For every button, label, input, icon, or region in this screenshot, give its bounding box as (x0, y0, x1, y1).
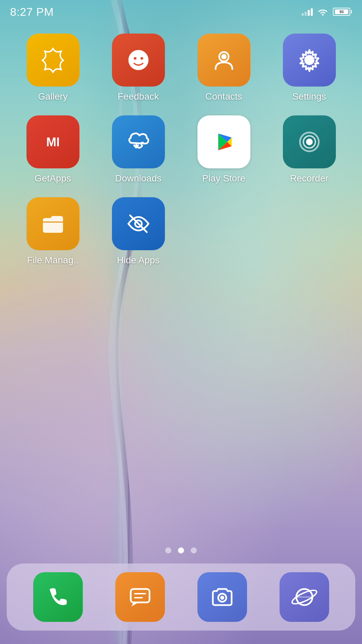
status-time: 8:27 PM (10, 5, 54, 18)
svg-point-0 (322, 14, 324, 16)
dock-camera[interactable] (197, 572, 247, 622)
svg-point-5 (221, 54, 227, 59)
page-indicator-3[interactable] (191, 547, 197, 553)
phone-icon (33, 572, 83, 622)
recorder-label: Recorder (290, 173, 328, 184)
feedback-icon (112, 34, 165, 87)
wifi-icon (317, 7, 329, 16)
gallery-label: Gallery (38, 91, 68, 102)
svg-point-7 (306, 57, 313, 63)
dock-phone[interactable] (33, 572, 83, 622)
filemanager-icon (26, 197, 79, 250)
app-feedback[interactable]: Feedback (99, 34, 178, 102)
hideapps-icon (112, 197, 165, 250)
page-indicator-1[interactable] (165, 547, 171, 553)
dock-browser[interactable] (280, 572, 329, 622)
svg-point-1 (128, 50, 148, 70)
app-contacts[interactable]: Contacts (184, 34, 263, 102)
svg-rect-18 (131, 589, 149, 602)
app-gallery[interactable]: Gallery (13, 34, 92, 102)
app-grid: Gallery Feedback Contacts (0, 27, 362, 272)
status-bar: 8:27 PM 93 (0, 0, 362, 23)
contacts-icon (197, 34, 250, 87)
dock-messages[interactable] (115, 572, 165, 622)
svg-point-3 (140, 57, 143, 60)
dock (7, 564, 355, 631)
feedback-label: Feedback (118, 91, 159, 102)
getapps-label: GetApps (35, 173, 71, 184)
page-indicator-2[interactable] (178, 547, 184, 553)
app-settings[interactable]: Settings (270, 34, 349, 102)
battery-container: 93 (333, 8, 352, 16)
browser-icon (280, 572, 329, 622)
app-filemanager[interactable]: File Manag.. (13, 197, 92, 266)
gallery-icon (26, 34, 79, 87)
svg-point-22 (220, 596, 224, 600)
settings-icon (283, 34, 336, 87)
app-hideapps[interactable]: Hide Apps (99, 197, 178, 266)
app-recorder[interactable]: Recorder (270, 115, 349, 184)
status-icons: 93 (302, 7, 352, 16)
playstore-icon (197, 115, 250, 168)
page-indicators (0, 547, 362, 553)
svg-point-15 (306, 139, 313, 145)
downloads-label: Downloads (115, 173, 162, 184)
settings-label: Settings (292, 91, 326, 102)
hideapps-label: Hide Apps (117, 255, 160, 266)
signal-icon (302, 8, 313, 16)
recorder-icon (283, 115, 336, 168)
camera-icon (197, 572, 247, 622)
filemanager-label: File Manag.. (27, 255, 78, 266)
app-downloads[interactable]: Downloads (99, 115, 178, 184)
svg-point-2 (134, 57, 136, 60)
svg-text:MI: MI (46, 135, 60, 149)
app-getapps[interactable]: MI GetApps (13, 115, 92, 184)
getapps-icon: MI (26, 115, 79, 168)
messages-icon (115, 572, 165, 622)
battery-percent: 93 (340, 10, 344, 14)
contacts-label: Contacts (205, 91, 242, 102)
downloads-icon (112, 115, 165, 168)
battery-tip (351, 10, 352, 13)
playstore-label: Play Store (202, 173, 245, 184)
app-playstore[interactable]: Play Store (184, 115, 263, 184)
